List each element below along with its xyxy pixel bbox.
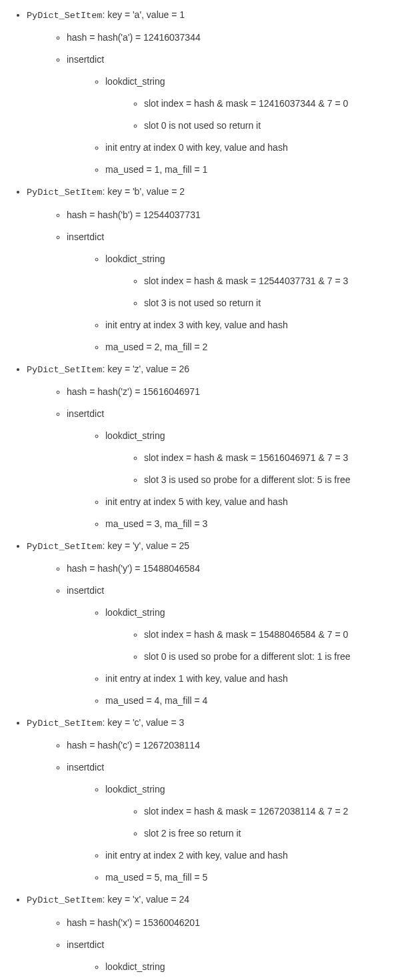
slot-index-line: slot index = hash & mask = 12416037344 &… [144,97,387,111]
setitem-entry: PyDict_SetItem: key = 'b', value = 2hash… [27,185,387,354]
fn-name: PyDict_SetItem [27,895,102,905]
setitem-entry: PyDict_SetItem: key = 'x', value = 24has… [27,893,387,980]
insertdict-line: insertdictlookdict_stringslot index = ha… [67,230,387,354]
slot-status-line: slot 3 is used so probe for a different … [144,473,387,487]
slot-index-line: slot index = hash & mask = 15488046584 &… [144,628,387,642]
lookdict-line: lookdict_stringslot index = hash & mask … [105,783,387,841]
ma-line: ma_used = 5, ma_fill = 5 [105,871,387,885]
insertdict-line: insertdictlookdict_stringslot index = ha… [67,407,387,531]
insertdict-line: insertdictlookdict_stringslot index = ha… [67,584,387,708]
insertdict-label: insertdict [67,585,104,596]
lookdict-line: lookdict_stringslot index = hash & mask … [105,606,387,664]
init-entry-line: init entry at index 5 with key, value an… [105,495,387,509]
setitem-entry: PyDict_SetItem: key = 'c', value = 3hash… [27,716,387,885]
sublist-level2: lookdict_stringslot index = hash & mask … [67,606,387,708]
fn-name: PyDict_SetItem [27,365,102,375]
init-entry-line: init entry at index 0 with key, value an… [105,141,387,155]
ma-line: ma_used = 3, ma_fill = 3 [105,517,387,531]
sublist-level3: slot index = hash & mask = 12544037731 &… [105,274,387,310]
fn-name: PyDict_SetItem [27,11,102,21]
sublist-level2: lookdict_stringslot index = hash & mask … [67,783,387,885]
sublist-level3: slot index = hash & mask = 12672038114 &… [105,805,387,841]
lookdict-line: lookdict_stringslot index = hash & mask … [105,960,387,981]
fn-args: : key = 'z', value = 26 [102,364,189,374]
sublist-level1: hash = hash('a') = 12416037344insertdict… [27,31,387,177]
slot-index-line: slot index = hash & mask = 12672038114 &… [144,805,387,819]
sublist-level1: hash = hash('c') = 12672038114insertdict… [27,739,387,885]
fn-name: PyDict_SetItem [27,718,102,728]
sublist-level1: hash = hash('z') = 15616046971insertdict… [27,385,387,531]
sublist-level1: hash = hash('x') = 15360046201insertdict… [27,916,387,981]
fn-name: PyDict_SetItem [27,187,102,197]
sublist-level3: slot index = hash & mask = 15616046971 &… [105,451,387,487]
setitem-entry: PyDict_SetItem: key = 'z', value = 26has… [27,362,387,531]
hash-line: hash = hash('a') = 12416037344 [67,31,387,45]
ma-line: ma_used = 2, ma_fill = 2 [105,340,387,354]
init-entry-line: init entry at index 3 with key, value an… [105,318,387,332]
sublist-level2: lookdict_stringslot index = hash & mask … [67,960,387,981]
sublist-level2: lookdict_stringslot index = hash & mask … [67,429,387,531]
lookdict-line: lookdict_stringslot index = hash & mask … [105,252,387,310]
insertdict-label: insertdict [67,939,104,950]
slot-index-line: slot index = hash & mask = 12544037731 &… [144,274,387,288]
insertdict-label: insertdict [67,762,104,773]
insertdict-line: insertdictlookdict_stringslot index = ha… [67,938,387,981]
slot-status-line: slot 2 is free so return it [144,827,387,841]
lookdict-line: lookdict_stringslot index = hash & mask … [105,75,387,133]
sublist-level2: lookdict_stringslot index = hash & mask … [67,75,387,177]
init-entry-line: init entry at index 1 with key, value an… [105,672,387,686]
doc-list: PyDict_SetItem: key = 'a', value = 1hash… [13,8,387,980]
lookdict-label: lookdict_string [105,430,165,441]
lookdict-label: lookdict_string [105,961,165,972]
slot-index-line: slot index = hash & mask = 15616046971 &… [144,451,387,465]
fn-args: : key = 'b', value = 2 [102,186,185,197]
slot-status-line: slot 0 is used so probe for a different … [144,650,387,664]
fn-name: PyDict_SetItem [27,542,102,552]
insertdict-label: insertdict [67,408,104,419]
hash-line: hash = hash('c') = 12672038114 [67,739,387,753]
hash-line: hash = hash('x') = 15360046201 [67,916,387,930]
ma-line: ma_used = 4, ma_fill = 4 [105,694,387,708]
setitem-entry: PyDict_SetItem: key = 'y', value = 25has… [27,539,387,708]
fn-args: : key = 'c', value = 3 [102,717,184,728]
setitem-entry: PyDict_SetItem: key = 'a', value = 1hash… [27,8,387,177]
fn-args: : key = 'x', value = 24 [102,894,189,905]
lookdict-label: lookdict_string [105,254,165,264]
fn-args: : key = 'y', value = 25 [102,540,189,551]
slot-status-line: slot 0 is not used so return it [144,119,387,133]
insertdict-label: insertdict [67,54,104,65]
insertdict-label: insertdict [67,231,104,242]
lookdict-label: lookdict_string [105,607,165,618]
hash-line: hash = hash('y') = 15488046584 [67,562,387,576]
sublist-level3: slot index = hash & mask = 12416037344 &… [105,97,387,133]
sublist-level1: hash = hash('y') = 15488046584insertdict… [27,562,387,708]
sublist-level1: hash = hash('b') = 12544037731insertdict… [27,208,387,354]
lookdict-label: lookdict_string [105,784,165,795]
lookdict-label: lookdict_string [105,76,165,87]
insertdict-line: insertdictlookdict_stringslot index = ha… [67,761,387,885]
sublist-level2: lookdict_stringslot index = hash & mask … [67,252,387,354]
hash-line: hash = hash('b') = 12544037731 [67,208,387,222]
fn-args: : key = 'a', value = 1 [102,9,185,20]
ma-line: ma_used = 1, ma_fill = 1 [105,163,387,177]
sublist-level3: slot index = hash & mask = 15488046584 &… [105,628,387,664]
slot-status-line: slot 3 is not used so return it [144,296,387,310]
hash-line: hash = hash('z') = 15616046971 [67,385,387,399]
lookdict-line: lookdict_stringslot index = hash & mask … [105,429,387,487]
init-entry-line: init entry at index 2 with key, value an… [105,849,387,863]
insertdict-line: insertdictlookdict_stringslot index = ha… [67,53,387,177]
